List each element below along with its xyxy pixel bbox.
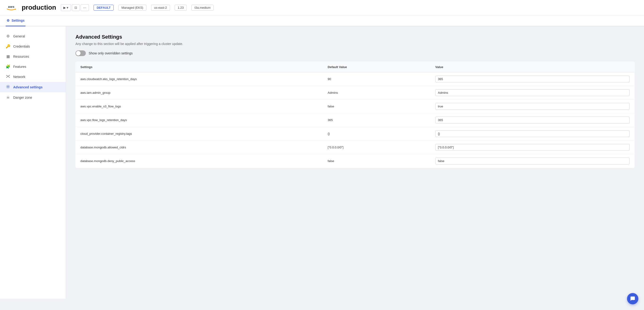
page-title: production [22,4,56,11]
default-value: 90 [323,72,430,86]
setting-name: aws.iam.admin_group [76,86,323,100]
default-badge: DEFAULT [94,5,114,10]
toggle-label: Show only overridden settings [89,51,133,55]
play-button[interactable]: ▶ ▾ [61,4,71,11]
sidebar-label-features: Features [13,65,26,68]
settings-tab-icon: ⚙ [6,18,10,22]
value-input[interactable] [436,89,630,96]
sidebar-label-advanced-settings: Advanced settings [13,85,42,89]
toggle-row: Show only overridden settings [76,50,634,56]
default-value: {} [323,127,430,141]
aws-smile-icon [6,8,16,10]
svg-line-9 [8,77,9,77]
value-input[interactable] [436,76,630,82]
tab-settings[interactable]: ⚙ Settings [6,15,26,26]
table-row: aws.vpc.flow_logs_retention_days365 [76,113,634,127]
version-tag: 1.23 [175,5,187,10]
network-icon [6,74,10,79]
table-row: aws.cloudwatch.eks_logs_retention_days90 [76,72,634,86]
value-cell [431,141,634,154]
default-value: false [323,154,430,168]
settings-tab-label: Settings [12,18,24,22]
default-value: ["0.0.0.0/0"] [323,141,430,154]
refresh-icon: ⊡ [74,6,77,9]
svg-point-1 [8,76,8,77]
settings-table: Settings Default Value Value aws.cloudwa… [76,62,634,168]
setting-name: cloud_provider.container_registry.tags [76,127,323,141]
value-input[interactable] [436,117,630,123]
aws-logo-text: aws [8,5,14,8]
setting-name: database.mongodb.deny_public_access [76,154,323,168]
value-cell [431,113,634,127]
sidebar-label-resources: Resources [13,55,29,58]
aws-logo: aws [6,5,17,10]
table-row: aws.iam.admin_groupAdmins [76,86,634,100]
table-row: database.mongodb.allowed_cidrs["0.0.0.0/… [76,141,634,154]
toolbar: ▶ ▾ ⊡ ⋯ [61,4,89,11]
table-row: aws.vpc.enable_s3_flow_logsfalse [76,100,634,113]
default-value: Admins [323,86,430,100]
top-header: aws production ▶ ▾ ⊡ ⋯ DEFAULT Managed (… [0,0,644,15]
sidebar-item-advanced-settings[interactable]: Advanced settings [0,82,66,92]
value-cell [431,86,634,100]
instance-type-tag: t3a.medium [192,5,214,10]
table-row: cloud_provider.container_registry.tags{} [76,127,634,141]
main-layout: ⚙ General 🔑 Credentials ▦ Resources 🧩 Fe… [0,26,644,299]
danger-icon: ☠ [6,95,10,100]
content-area: Advanced Settings Any change to this sec… [66,26,644,299]
more-icon: ⋯ [83,6,86,9]
setting-name: aws.vpc.flow_logs_retention_days [76,113,323,127]
sidebar-item-danger-zone[interactable]: ☠ Danger zone [0,92,66,102]
sidebar-label-danger-zone: Danger zone [13,96,32,99]
sidebar-label-general: General [13,34,25,38]
value-cell [431,100,634,113]
sidebar-item-credentials[interactable]: 🔑 Credentials [0,41,66,51]
nav-tabs: ⚙ Settings [0,15,644,26]
refresh-button[interactable]: ⊡ [72,4,80,11]
managed-eks-tag: Managed (EKS) [118,5,146,10]
value-input[interactable] [436,130,630,137]
value-cell [431,154,634,168]
content-subtitle: Any change to this section will be appli… [76,42,634,46]
column-header-value: Value [431,62,634,72]
overridden-settings-toggle[interactable] [76,50,86,56]
sidebar: ⚙ General 🔑 Credentials ▦ Resources 🧩 Fe… [0,26,66,299]
value-input[interactable] [436,158,630,164]
svg-line-6 [7,76,8,76]
sidebar-label-network: Network [13,75,25,79]
value-input[interactable] [436,103,630,110]
toggle-knob [76,51,80,56]
sidebar-item-network[interactable]: Network [0,72,66,82]
content-title: Advanced Settings [76,34,634,40]
column-header-settings: Settings [76,62,323,72]
sidebar-item-resources[interactable]: ▦ Resources [0,51,66,61]
svg-point-10 [8,86,8,87]
play-icon: ▶ [64,6,66,9]
resources-icon: ▦ [6,54,10,59]
default-value: 365 [323,113,430,127]
setting-name: aws.vpc.enable_s3_flow_logs [76,100,323,113]
svg-line-8 [7,77,8,77]
value-cell [431,72,634,86]
svg-line-7 [8,76,9,76]
value-cell [431,127,634,141]
column-header-default: Default Value [323,62,430,72]
gear-icon: ⚙ [6,34,10,38]
value-input[interactable] [436,144,630,151]
sidebar-item-features[interactable]: 🧩 Features [0,61,66,72]
default-value: false [323,100,430,113]
table-row: database.mongodb.deny_public_accessfalse [76,154,634,168]
sidebar-label-credentials: Credentials [13,44,30,48]
advanced-settings-icon [6,85,10,89]
sidebar-item-general[interactable]: ⚙ General [0,31,66,41]
chevron-icon: ▾ [67,6,68,9]
region-tag: us-east-2 [151,5,170,10]
setting-name: aws.cloudwatch.eks_logs_retention_days [76,72,323,86]
setting-name: database.mongodb.allowed_cidrs [76,141,323,154]
key-icon: 🔑 [6,44,10,48]
table-header-row: Settings Default Value Value [76,62,634,72]
puzzle-icon: 🧩 [6,64,10,69]
chat-icon [630,296,635,299]
more-button[interactable]: ⋯ [80,4,89,11]
